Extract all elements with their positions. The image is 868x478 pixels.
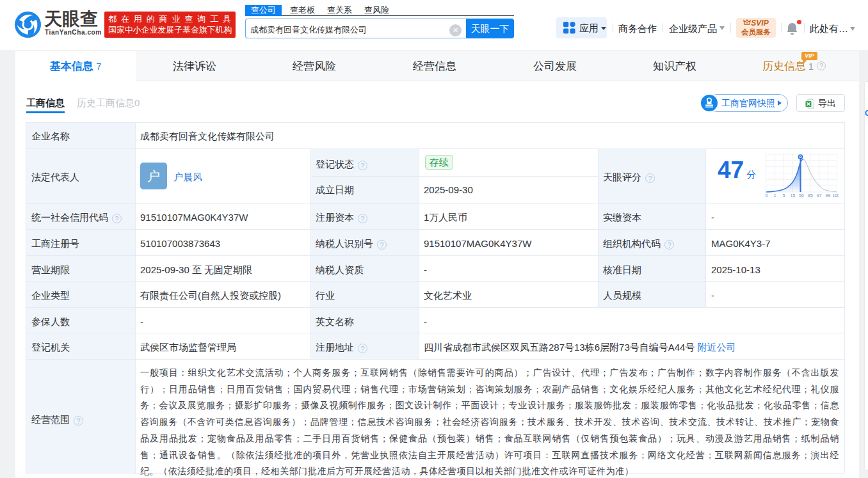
svg-text:0: 0 <box>766 193 768 198</box>
svg-text:1: 1 <box>774 193 776 198</box>
svg-text:99: 99 <box>826 193 831 198</box>
svg-text:100: 100 <box>832 193 839 198</box>
svg-text:5: 5 <box>783 193 785 198</box>
svg-text:50: 50 <box>799 193 804 198</box>
svg-text:97: 97 <box>817 193 822 198</box>
svg-text:85: 85 <box>808 193 813 198</box>
svg-text:15: 15 <box>791 193 796 198</box>
